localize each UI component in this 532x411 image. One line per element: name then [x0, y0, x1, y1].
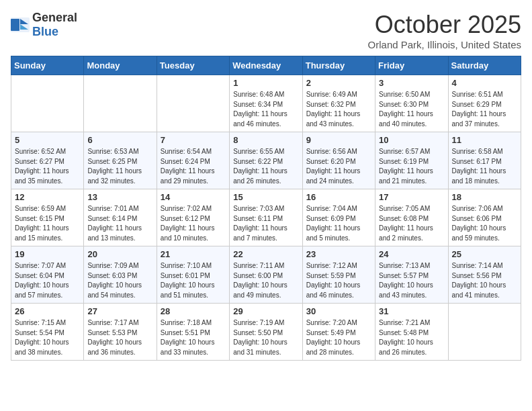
day-info: Sunrise: 6:53 AM Sunset: 6:25 PM Dayligh… [87, 147, 152, 186]
day-number: 6 [87, 135, 152, 145]
logo-general: General [32, 11, 77, 24]
day-number: 11 [452, 135, 517, 145]
calendar-cell: 19Sunrise: 7:07 AM Sunset: 6:04 PM Dayli… [11, 246, 84, 304]
day-info: Sunrise: 7:09 AM Sunset: 6:03 PM Dayligh… [87, 261, 152, 300]
day-info: Sunrise: 7:12 AM Sunset: 5:59 PM Dayligh… [306, 261, 371, 300]
day-info: Sunrise: 6:51 AM Sunset: 6:29 PM Dayligh… [452, 90, 517, 129]
day-number: 28 [161, 306, 226, 316]
calendar-cell: 8Sunrise: 6:55 AM Sunset: 6:22 PM Daylig… [230, 132, 302, 189]
day-info: Sunrise: 6:57 AM Sunset: 6:19 PM Dayligh… [379, 147, 444, 186]
day-info: Sunrise: 6:49 AM Sunset: 6:32 PM Dayligh… [306, 90, 371, 129]
calendar-cell: 29Sunrise: 7:19 AM Sunset: 5:50 PM Dayli… [230, 304, 302, 361]
day-info: Sunrise: 7:18 AM Sunset: 5:51 PM Dayligh… [161, 318, 226, 357]
calendar-cell: 12Sunrise: 6:59 AM Sunset: 6:15 PM Dayli… [11, 189, 84, 246]
day-info: Sunrise: 6:59 AM Sunset: 6:15 PM Dayligh… [15, 204, 80, 243]
month-title: October 2025 [368, 11, 521, 39]
day-info: Sunrise: 6:54 AM Sunset: 6:24 PM Dayligh… [161, 147, 226, 186]
day-number: 29 [233, 306, 298, 316]
calendar-cell: 3Sunrise: 6:50 AM Sunset: 6:30 PM Daylig… [375, 75, 448, 132]
day-number: 27 [87, 306, 152, 316]
day-info: Sunrise: 6:58 AM Sunset: 6:17 PM Dayligh… [452, 147, 517, 186]
day-number: 16 [306, 192, 371, 202]
calendar-cell [157, 75, 229, 132]
calendar-cell: 21Sunrise: 7:10 AM Sunset: 6:01 PM Dayli… [157, 246, 229, 304]
day-header-sunday: Sunday [11, 56, 84, 75]
calendar-cell: 1Sunrise: 6:48 AM Sunset: 6:34 PM Daylig… [230, 75, 302, 132]
logo-icon [11, 17, 30, 32]
day-number: 3 [379, 78, 444, 88]
calendar-cell: 9Sunrise: 6:56 AM Sunset: 6:20 PM Daylig… [302, 132, 375, 189]
calendar-week-row: 12Sunrise: 6:59 AM Sunset: 6:15 PM Dayli… [11, 189, 521, 246]
calendar-week-row: 1Sunrise: 6:48 AM Sunset: 6:34 PM Daylig… [11, 75, 521, 132]
day-info: Sunrise: 7:05 AM Sunset: 6:08 PM Dayligh… [379, 204, 444, 243]
calendar-cell: 17Sunrise: 7:05 AM Sunset: 6:08 PM Dayli… [375, 189, 448, 246]
day-number: 5 [15, 135, 80, 145]
day-number: 19 [15, 249, 80, 259]
calendar-cell: 26Sunrise: 7:15 AM Sunset: 5:54 PM Dayli… [11, 304, 84, 361]
day-number: 17 [379, 192, 444, 202]
day-number: 15 [233, 192, 298, 202]
day-number: 1 [233, 78, 298, 88]
calendar-cell: 15Sunrise: 7:03 AM Sunset: 6:11 PM Dayli… [230, 189, 302, 246]
day-info: Sunrise: 7:10 AM Sunset: 6:01 PM Dayligh… [161, 261, 226, 300]
day-number: 22 [233, 249, 298, 259]
day-number: 7 [161, 135, 226, 145]
calendar-cell: 11Sunrise: 6:58 AM Sunset: 6:17 PM Dayli… [448, 132, 521, 189]
day-number: 9 [306, 135, 371, 145]
day-number: 10 [379, 135, 444, 145]
calendar-week-row: 19Sunrise: 7:07 AM Sunset: 6:04 PM Dayli… [11, 246, 521, 304]
title-area: October 2025 Orland Park, Illinois, Unit… [368, 11, 521, 50]
calendar-cell: 16Sunrise: 7:04 AM Sunset: 6:09 PM Dayli… [302, 189, 375, 246]
day-header-saturday: Saturday [448, 56, 521, 75]
calendar-cell [84, 75, 157, 132]
calendar-cell: 25Sunrise: 7:14 AM Sunset: 5:56 PM Dayli… [448, 246, 521, 304]
logo-text: General Blue [32, 11, 77, 39]
calendar-cell: 18Sunrise: 7:06 AM Sunset: 6:06 PM Dayli… [448, 189, 521, 246]
calendar-cell: 24Sunrise: 7:13 AM Sunset: 5:57 PM Dayli… [375, 246, 448, 304]
calendar-cell: 20Sunrise: 7:09 AM Sunset: 6:03 PM Dayli… [84, 246, 157, 304]
calendar-cell: 10Sunrise: 6:57 AM Sunset: 6:19 PM Dayli… [375, 132, 448, 189]
calendar-cell: 7Sunrise: 6:54 AM Sunset: 6:24 PM Daylig… [157, 132, 229, 189]
day-info: Sunrise: 7:11 AM Sunset: 6:00 PM Dayligh… [233, 261, 298, 300]
day-number: 31 [379, 306, 444, 316]
day-info: Sunrise: 7:20 AM Sunset: 5:49 PM Dayligh… [306, 318, 371, 357]
day-info: Sunrise: 7:01 AM Sunset: 6:14 PM Dayligh… [87, 204, 152, 243]
calendar-cell: 27Sunrise: 7:17 AM Sunset: 5:53 PM Dayli… [84, 304, 157, 361]
day-info: Sunrise: 7:04 AM Sunset: 6:09 PM Dayligh… [306, 204, 371, 243]
day-header-monday: Monday [84, 56, 157, 75]
day-header-tuesday: Tuesday [157, 56, 229, 75]
logo: General Blue [11, 11, 77, 39]
day-info: Sunrise: 6:48 AM Sunset: 6:34 PM Dayligh… [233, 90, 298, 129]
day-info: Sunrise: 7:07 AM Sunset: 6:04 PM Dayligh… [15, 261, 80, 300]
day-number: 24 [379, 249, 444, 259]
day-number: 20 [87, 249, 152, 259]
calendar-cell: 14Sunrise: 7:02 AM Sunset: 6:12 PM Dayli… [157, 189, 229, 246]
day-number: 23 [306, 249, 371, 259]
day-number: 8 [233, 135, 298, 145]
calendar-cell [448, 304, 521, 361]
day-header-wednesday: Wednesday [230, 56, 302, 75]
logo-blue: Blue [32, 25, 58, 38]
calendar-cell [11, 75, 84, 132]
calendar-cell: 31Sunrise: 7:21 AM Sunset: 5:48 PM Dayli… [375, 304, 448, 361]
calendar-cell: 28Sunrise: 7:18 AM Sunset: 5:51 PM Dayli… [157, 304, 229, 361]
day-info: Sunrise: 6:56 AM Sunset: 6:20 PM Dayligh… [306, 147, 371, 186]
day-info: Sunrise: 7:13 AM Sunset: 5:57 PM Dayligh… [379, 261, 444, 300]
calendar-header-row: SundayMondayTuesdayWednesdayThursdayFrid… [11, 56, 521, 75]
day-header-friday: Friday [375, 56, 448, 75]
day-number: 13 [87, 192, 152, 202]
day-info: Sunrise: 7:06 AM Sunset: 6:06 PM Dayligh… [452, 204, 517, 243]
day-info: Sunrise: 7:02 AM Sunset: 6:12 PM Dayligh… [161, 204, 226, 243]
day-number: 2 [306, 78, 371, 88]
calendar-cell: 5Sunrise: 6:52 AM Sunset: 6:27 PM Daylig… [11, 132, 84, 189]
calendar-cell: 30Sunrise: 7:20 AM Sunset: 5:49 PM Dayli… [302, 304, 375, 361]
day-info: Sunrise: 7:14 AM Sunset: 5:56 PM Dayligh… [452, 261, 517, 300]
day-info: Sunrise: 7:15 AM Sunset: 5:54 PM Dayligh… [15, 318, 80, 357]
calendar-cell: 2Sunrise: 6:49 AM Sunset: 6:32 PM Daylig… [302, 75, 375, 132]
day-number: 21 [161, 249, 226, 259]
day-info: Sunrise: 6:52 AM Sunset: 6:27 PM Dayligh… [15, 147, 80, 186]
day-number: 14 [161, 192, 226, 202]
day-info: Sunrise: 7:03 AM Sunset: 6:11 PM Dayligh… [233, 204, 298, 243]
day-info: Sunrise: 6:55 AM Sunset: 6:22 PM Dayligh… [233, 147, 298, 186]
header: General Blue October 2025 Orland Park, I… [11, 11, 521, 50]
